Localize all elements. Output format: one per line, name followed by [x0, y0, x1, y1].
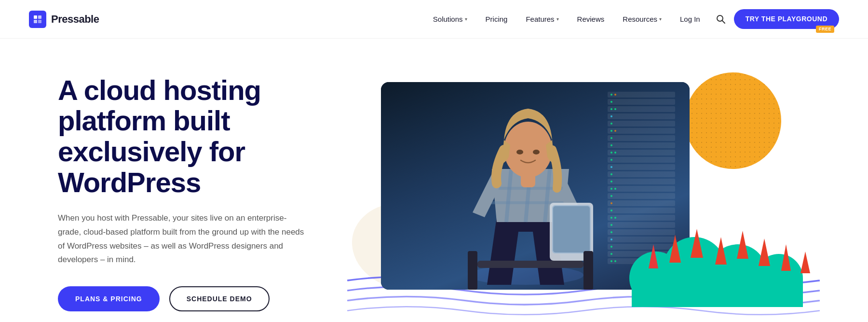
svg-rect-21	[583, 251, 593, 290]
svg-point-16	[516, 150, 523, 154]
free-badge: FREE	[816, 26, 834, 33]
orange-circle-decoration	[685, 72, 781, 169]
chevron-down-icon: ▾	[556, 16, 559, 22]
cloud-decoration	[617, 210, 820, 309]
try-playground-button[interactable]: TRY THE PLAYGROUND FREE	[734, 9, 839, 29]
site-header: Pressable Solutions ▾ Pricing Features ▾…	[0, 0, 868, 39]
svg-point-17	[533, 150, 540, 154]
logo[interactable]: Pressable	[29, 11, 99, 28]
svg-rect-18	[521, 173, 535, 187]
svg-rect-1	[38, 15, 41, 19]
svg-rect-0	[34, 15, 37, 19]
hero-visual	[366, 68, 810, 319]
search-icon[interactable]	[712, 10, 729, 28]
logo-icon	[29, 11, 46, 28]
chevron-down-icon: ▾	[659, 16, 662, 22]
hero-title: A cloud hosting platform built exclusive…	[58, 75, 338, 198]
svg-point-6	[468, 266, 583, 285]
nav-login-button[interactable]: Log In	[673, 11, 707, 27]
nav-item-pricing[interactable]: Pricing	[479, 11, 515, 27]
svg-rect-19	[477, 261, 583, 268]
svg-rect-3	[38, 20, 41, 23]
svg-rect-26	[632, 278, 803, 307]
chevron-down-icon: ▾	[465, 16, 467, 22]
svg-rect-14	[553, 206, 590, 252]
hero-content: A cloud hosting platform built exclusive…	[58, 75, 338, 312]
hero-section: A cloud hosting platform built exclusive…	[0, 39, 868, 322]
svg-line-5	[722, 21, 725, 23]
nav-item-features[interactable]: Features ▾	[519, 11, 565, 27]
schedule-demo-button[interactable]: SCHEDULE DEMO	[169, 286, 270, 311]
svg-marker-34	[800, 252, 810, 273]
hero-buttons: PLANS & PRICING SCHEDULE DEMO	[58, 286, 338, 311]
hero-description: When you host with Pressable, your sites…	[58, 211, 309, 267]
nav-item-solutions[interactable]: Solutions ▾	[426, 11, 474, 27]
main-nav: Solutions ▾ Pricing Features ▾ Reviews R…	[426, 9, 839, 29]
svg-marker-32	[759, 238, 770, 266]
nav-item-resources[interactable]: Resources ▾	[616, 11, 668, 27]
plans-pricing-button[interactable]: PLANS & PRICING	[58, 286, 160, 311]
svg-point-4	[717, 15, 723, 21]
svg-point-15	[504, 122, 552, 178]
nav-item-reviews[interactable]: Reviews	[570, 11, 611, 27]
logo-text: Pressable	[51, 13, 99, 26]
svg-rect-2	[34, 20, 37, 23]
svg-rect-20	[468, 251, 477, 290]
